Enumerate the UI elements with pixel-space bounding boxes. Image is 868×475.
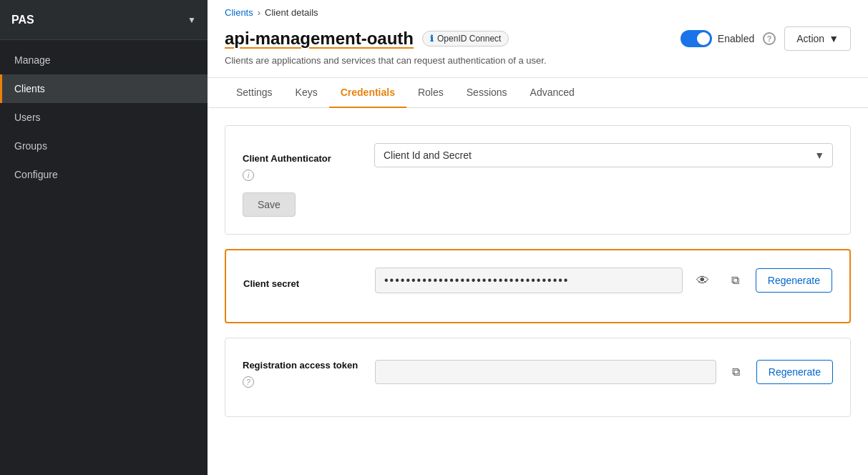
tab-keys[interactable]: Keys <box>284 78 329 108</box>
token-label: Registration access token <box>243 360 358 371</box>
save-button[interactable]: Save <box>243 192 296 217</box>
toggle-container: Enabled <box>681 30 754 47</box>
token-input[interactable] <box>375 360 716 384</box>
action-button-label: Action <box>796 33 824 44</box>
eye-icon: 👁 <box>696 273 709 288</box>
tab-sessions[interactable]: Sessions <box>455 78 519 108</box>
sidebar-item-configure[interactable]: Configure <box>0 160 208 189</box>
sidebar-item-label: Groups <box>14 140 47 152</box>
breadcrumb-current: Client details <box>265 7 318 18</box>
regenerate-token-button[interactable]: Regenerate <box>756 360 833 384</box>
authenticator-label: Client Authenticator <box>243 147 357 164</box>
sidebar-item-clients[interactable]: Clients <box>0 74 208 103</box>
breadcrumb: Clients › Client details <box>208 0 868 21</box>
token-row: Registration access token ? ⧉ Regenerate <box>243 356 833 388</box>
app-name: PAS <box>11 14 34 26</box>
copy-token-button[interactable]: ⧉ <box>723 359 749 385</box>
regenerate-secret-button[interactable]: Regenerate <box>756 268 832 293</box>
secret-input[interactable] <box>375 268 683 293</box>
breadcrumb-parent[interactable]: Clients <box>225 7 253 18</box>
sidebar-item-label: Manage <box>14 54 51 66</box>
enabled-toggle[interactable] <box>681 30 712 47</box>
tab-credentials[interactable]: Credentials <box>329 78 406 108</box>
content-area: Client Authenticator i Client Id and Sec… <box>208 108 868 434</box>
authenticator-info-icon[interactable]: i <box>243 170 254 181</box>
token-input-row: ⧉ Regenerate <box>375 359 833 385</box>
openid-badge: ℹ OpenID Connect <box>422 31 509 46</box>
authenticator-control: Client Id and Secret Signed JWT Signed J… <box>374 143 833 167</box>
secret-label: Client secret <box>243 273 358 289</box>
sidebar-item-manage[interactable]: Manage <box>0 46 208 74</box>
show-secret-button[interactable]: 👁 <box>690 268 716 293</box>
sidebar-item-label: Configure <box>14 169 58 180</box>
action-chevron-icon: ▼ <box>829 33 839 44</box>
page-title: api-management-oauth <box>225 29 414 49</box>
sidebar: PAS ▼ Manage Clients Users Groups Config… <box>0 0 208 475</box>
breadcrumb-separator: › <box>258 7 260 18</box>
sidebar-item-groups[interactable]: Groups <box>0 132 208 160</box>
copy-secret-button[interactable]: ⧉ <box>723 268 748 293</box>
authenticator-row: Client Authenticator i Client Id and Sec… <box>243 143 833 181</box>
tabs-bar: Settings Keys Credentials Roles Sessions… <box>208 78 868 108</box>
secret-row: Client secret 👁 ⧉ Regenerate <box>243 268 832 293</box>
page-title-area: api-management-oauth ℹ OpenID Connect En… <box>208 21 868 78</box>
token-info-icon[interactable]: ? <box>243 376 254 388</box>
authenticator-select-wrapper: Client Id and Secret Signed JWT Signed J… <box>374 143 833 167</box>
tab-roles[interactable]: Roles <box>406 78 455 108</box>
page-subtitle: Clients are applications and services th… <box>225 55 851 66</box>
openid-badge-label: OpenID Connect <box>437 34 501 44</box>
token-label-group: Registration access token ? <box>243 356 358 388</box>
authenticator-card: Client Authenticator i Client Id and Sec… <box>225 125 851 235</box>
sidebar-header[interactable]: PAS ▼ <box>0 0 208 40</box>
sidebar-item-label: Users <box>14 112 41 123</box>
authenticator-select[interactable]: Client Id and Secret Signed JWT Signed J… <box>374 143 833 167</box>
tab-settings[interactable]: Settings <box>225 78 284 108</box>
action-button[interactable]: Action ▼ <box>784 26 851 51</box>
sidebar-nav: Manage Clients Users Groups Configure <box>0 40 208 189</box>
help-icon[interactable]: ? <box>763 32 776 45</box>
chevron-down-icon: ▼ <box>187 15 196 25</box>
sidebar-item-label: Clients <box>14 83 45 94</box>
openid-info-icon: ℹ <box>430 34 434 44</box>
main-content: Clients › Client details api-management-… <box>208 0 868 475</box>
copy-icon: ⧉ <box>731 274 739 287</box>
client-secret-card: Client secret 👁 ⧉ Regenerate <box>225 249 851 323</box>
tab-advanced[interactable]: Advanced <box>519 78 586 108</box>
sidebar-item-users[interactable]: Users <box>0 103 208 132</box>
registration-token-card: Registration access token ? ⧉ Regenerate <box>225 338 851 417</box>
copy-token-icon: ⧉ <box>732 366 740 378</box>
toggle-label: Enabled <box>718 33 754 44</box>
secret-input-row: 👁 ⧉ Regenerate <box>375 268 832 293</box>
